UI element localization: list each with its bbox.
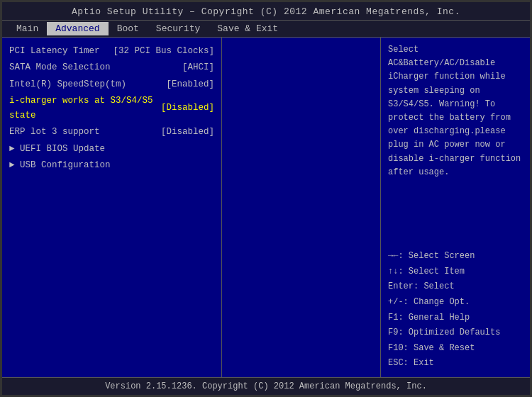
item-value: [Enabled] [166, 77, 214, 92]
shortcut-item: ↑↓: Select Item [388, 264, 523, 280]
list-item[interactable]: PCI Latency Timer[32 PCI Bus Clocks] [9, 43, 214, 60]
shortcut-item: F9: Optimized Defaults [388, 325, 523, 341]
help-text: Select AC&Battery/AC/Disable iCharger fu… [388, 43, 523, 179]
list-item[interactable]: Intel(R) SpeedStep(tm)[Enabled] [9, 77, 214, 93]
item-value: [Disabled] [161, 101, 214, 116]
item-label: i-charger works at S3/S4/S5 state [9, 94, 161, 124]
menu-bar[interactable]: MainAdvancedBootSecuritySave & Exit [2, 20, 530, 38]
shortcut-item: F10: Save & Reset [388, 341, 523, 357]
list-item[interactable]: ERP lot 3 support[Disabled] [9, 124, 214, 140]
list-item[interactable]: ► USB Configuration [9, 157, 214, 174]
shortcut-list: →←: Select Screen↑↓: Select ItemEnter: S… [388, 249, 523, 371]
menu-item-boot[interactable]: Boot [109, 22, 148, 35]
footer-text: Version 2.15.1236. Copyright (C) 2012 Am… [105, 381, 427, 391]
left-panel: PCI Latency Timer[32 PCI Bus Clocks]SATA… [2, 38, 222, 377]
list-item[interactable]: i-charger works at S3/S4/S5 state[Disabl… [9, 93, 214, 125]
item-label: SATA Mode Selection [9, 60, 111, 75]
bios-screen: Aptio Setup Utility – Copyright (C) 2012… [0, 0, 532, 397]
item-value: [AHCI] [182, 60, 214, 75]
item-value: [32 PCI Bus Clocks] [113, 44, 214, 59]
shortcut-item: ESC: Exit [388, 356, 523, 371]
middle-panel [222, 38, 381, 377]
menu-item-security[interactable]: Security [148, 22, 209, 35]
item-label: Intel(R) SpeedStep(tm) [9, 77, 126, 92]
shortcut-item: →←: Select Screen [388, 249, 523, 264]
right-panel: Select AC&Battery/AC/Disable iCharger fu… [381, 38, 530, 377]
item-label: PCI Latency Timer [9, 44, 100, 59]
content-area: PCI Latency Timer[32 PCI Bus Clocks]SATA… [2, 38, 530, 377]
shortcut-item: F1: General Help [388, 311, 523, 326]
footer: Version 2.15.1236. Copyright (C) 2012 Am… [2, 377, 530, 395]
title-text: Aptio Setup Utility – Copyright (C) 2012… [72, 6, 460, 17]
item-value: [Disabled] [161, 125, 214, 140]
menu-item-main[interactable]: Main [8, 22, 47, 35]
shortcut-item: +/-: Change Opt. [388, 295, 523, 311]
menu-item-save---exit[interactable]: Save & Exit [209, 22, 287, 35]
shortcut-item: Enter: Select [388, 279, 523, 295]
list-item[interactable]: SATA Mode Selection[AHCI] [9, 60, 214, 76]
menu-item-advanced[interactable]: Advanced [47, 22, 108, 35]
item-label: ERP lot 3 support [9, 125, 100, 140]
item-label: ► USB Configuration [9, 158, 111, 173]
list-item[interactable]: ► UEFI BIOS Update [9, 141, 214, 157]
item-label: ► UEFI BIOS Update [9, 142, 105, 157]
title-bar: Aptio Setup Utility – Copyright (C) 2012… [2, 2, 530, 20]
